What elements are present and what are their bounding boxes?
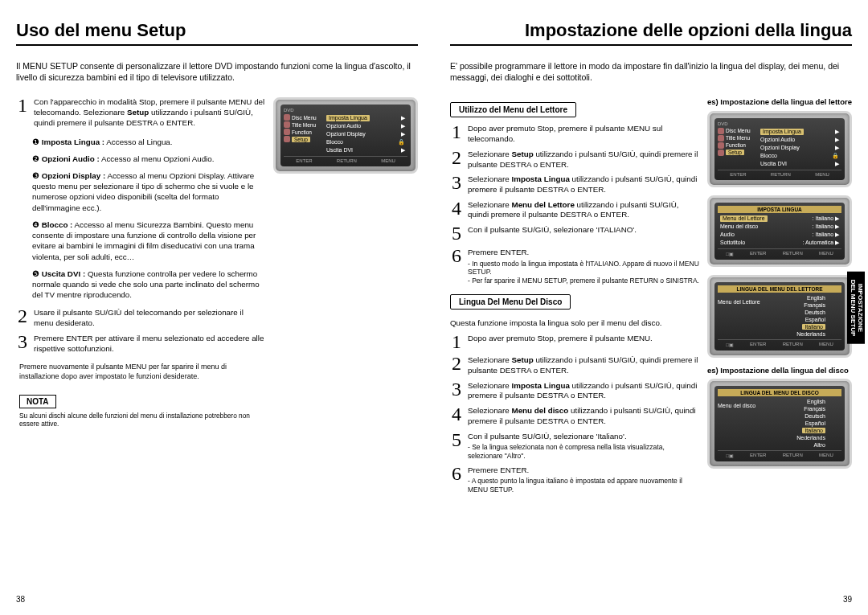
left-side-col: DVD Disc MenuTitle MenuFunctionSetup Imp… xyxy=(273,97,418,428)
nota-label: NOTA xyxy=(19,395,56,408)
bullet-item: ❹ Blocco : Accesso al menu Sicurezza Bam… xyxy=(32,219,265,262)
right-text-col: Utilizzo del Menu del Lettore 1 Dopo ave… xyxy=(450,97,699,498)
left-step-2: 2 Usare il pulsante SU/GIÙ del telecoman… xyxy=(16,308,265,328)
osd-lingua-lettore: LINGUA DEL MENU DEL LETTORE Menu del Let… xyxy=(707,275,852,358)
right-step: 1 Dopo aver premuto Stop, premere il pul… xyxy=(450,334,699,351)
right-step: 5 Con il pulsante SU/GIÙ, selezionare 'I… xyxy=(450,225,699,243)
side-caption-a: es) Impostazione della lingua del lettor… xyxy=(707,97,852,107)
osd-main-small: DVD Disc MenuTitle MenuFunctionSetup Imp… xyxy=(707,111,852,187)
page-38: Uso del menu Setup Il MENU SETUP consent… xyxy=(0,0,434,615)
left-bullets: ❶ Imposta Lingua : Accesso al Lingua.❷ O… xyxy=(32,137,265,301)
bullet-item: ❷ Opzioni Audio : Accesso al menu Opzion… xyxy=(32,154,265,164)
nota-text: Su alcuni dischi alcune delle funzioni d… xyxy=(19,412,265,429)
right-step: 1 Dopo aver premuto Stop, premere il pul… xyxy=(450,124,699,144)
bullet-item: ❸ Opzioni Display : Accesso al menu Opzi… xyxy=(32,170,265,213)
left-rule xyxy=(16,44,418,46)
left-text-col: 1 Con l'apparecchio in modalità Stop, pr… xyxy=(16,97,265,428)
right-step: 4 Selezionare Menu del disco utilizzando… xyxy=(450,406,699,426)
right-title: Impostazione delle opzioni della lingua xyxy=(450,20,852,41)
osd-imposta-lingua: IMPOSTA LINGUA Menu del Lettore: Italian… xyxy=(707,195,852,267)
side-tab: IMPOSTAZIONEDEL MENU SETUP xyxy=(847,271,865,344)
section-a-header: Utilizzo del Menu del Lettore xyxy=(450,102,576,117)
right-intro: E' possibile programmare il lettore in m… xyxy=(450,60,852,83)
right-step: 3 Selezionare Imposta Lingua utilizzando… xyxy=(450,381,699,401)
right-step: 3 Selezionare Imposta Lingua utilizzando… xyxy=(450,174,699,195)
right-step: 5 Con il pulsante SU/GIÙ, selezionare 'I… xyxy=(450,432,699,461)
right-step: 4 Selezionare Menu del Lettore utilizzan… xyxy=(450,200,699,220)
left-title: Uso del menu Setup xyxy=(16,20,418,41)
page-num-right: 39 xyxy=(843,595,852,604)
right-rule xyxy=(450,44,852,46)
left-step-1: 1 Con l'apparecchio in modalità Stop, pr… xyxy=(16,97,265,128)
osd-setup-menu: DVD Disc MenuTitle MenuFunctionSetup Imp… xyxy=(273,97,418,174)
left-fine-note: Premere nuovamente il pulsante MENU per … xyxy=(19,362,265,381)
section-b-intro: Questa funzione imposta la lingua solo p… xyxy=(450,318,699,328)
section-b-header: Lingua Del Menu Del Disco xyxy=(450,294,571,310)
left-step-3: 3 Premere ENTER per attivare il menu sel… xyxy=(16,334,265,354)
right-side-col: es) Impostazione della lingua del lettor… xyxy=(707,97,852,498)
side-caption-b: es) Impostazione della lingua del disco xyxy=(707,366,852,375)
osd-lingua-disco: LINGUA DEL MENU DEL DISCO Menu del disco… xyxy=(707,379,852,469)
right-step: 6 Premere ENTER.- A questo punto la ling… xyxy=(450,465,699,494)
bullet-item: ❺ Uscita DVI : Questa funzione controlla… xyxy=(32,269,265,301)
right-step: 6 Premere ENTER.- In questo modo la ling… xyxy=(450,248,699,285)
page-39: Impostazione delle opzioni della lingua … xyxy=(434,0,868,615)
right-step: 2 Selezionare Setup utilizzando i pulsan… xyxy=(450,355,699,375)
page-num-left: 38 xyxy=(16,595,25,604)
left-intro: Il MENU SETUP consente di personalizzare… xyxy=(16,60,418,83)
right-step: 2 Selezionare Setup utilizzando i pulsan… xyxy=(450,150,699,170)
bullet-item: ❶ Imposta Lingua : Accesso al Lingua. xyxy=(32,137,265,147)
